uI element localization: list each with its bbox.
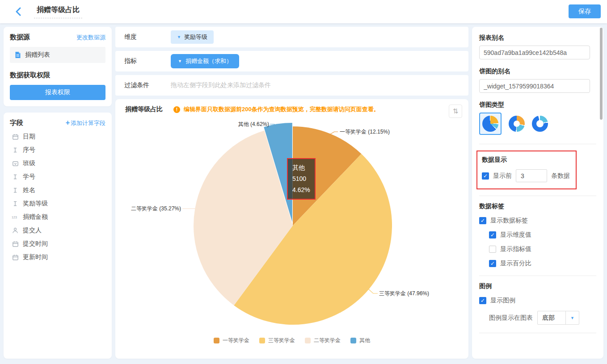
select-icon — [12, 160, 19, 167]
data-label-option: 显示指标值 — [489, 245, 596, 253]
show-data-label-checkbox[interactable] — [479, 217, 486, 224]
field-item-序号[interactable]: 序号 — [10, 143, 105, 157]
main-layout: 数据源 更改数据源 捐赠列表 数据获取权限 报表权限 字段 +添加计算字段 日期… — [0, 23, 607, 364]
legend-item-二等奖学金[interactable]: 二等奖学金 — [305, 337, 341, 344]
tooltip-name: 其他 — [292, 162, 310, 173]
add-calc-field-link[interactable]: +添加计算字段 — [66, 119, 105, 127]
show-top-suffix: 条数据 — [551, 172, 570, 180]
divider — [479, 196, 596, 196]
number-icon: 123 — [12, 213, 19, 221]
panel-scrollbar[interactable] — [600, 28, 603, 120]
show-legend-checkbox[interactable] — [479, 297, 486, 304]
field-item-奖励等级[interactable]: 奖励等级 — [10, 197, 105, 210]
divider — [479, 333, 596, 333]
显示百分比-checkbox[interactable] — [489, 260, 496, 267]
show-top-checkbox[interactable] — [482, 172, 489, 180]
warning-text: 编辑界面只取数据源前200条作为查询数据预览，完整数据请访问页面查看。 — [184, 105, 379, 113]
left-sidebar: 数据源 更改数据源 捐赠列表 数据获取权限 报表权限 字段 +添加计算字段 日期… — [4, 27, 112, 359]
sort-arrows-icon: ⇅ — [453, 107, 459, 115]
pie-type-pie-selected[interactable] — [479, 113, 502, 135]
plus-icon: + — [66, 119, 70, 126]
显示维度值-checkbox[interactable] — [489, 231, 496, 238]
show-legend-text: 显示图例 — [490, 297, 515, 305]
tooltip-percent: 4.62% — [292, 184, 310, 196]
fields-title: 字段 — [10, 119, 23, 127]
dimension-label: 维度 — [124, 33, 171, 41]
report-alias-label: 报表别名 — [479, 34, 596, 42]
report-alias-input[interactable] — [479, 46, 590, 59]
chart-card: 捐赠等级占比 ! 编辑界面只取数据源前200条作为查询数据预览，完整数据请访问页… — [115, 99, 468, 359]
filter-label: 过滤条件 — [124, 81, 171, 89]
legend-position-value: 底部 — [538, 311, 565, 324]
pie-alias-label: 饼图的别名 — [479, 67, 596, 75]
calendar-icon — [12, 254, 19, 261]
chart-legend: 一等奖学金三等奖学金二等奖学金其他 — [115, 337, 468, 344]
caret-down-icon: ▼ — [565, 311, 579, 324]
显示指标值-checkbox[interactable] — [489, 246, 496, 253]
pie-alias-input[interactable] — [479, 79, 590, 93]
field-item-提交人[interactable]: 提交人 — [10, 224, 105, 237]
pie-label-其他: 其他 (4.62%) — [238, 121, 269, 127]
text-icon — [12, 173, 19, 180]
field-item-姓名[interactable]: 姓名 — [10, 184, 105, 197]
legend-swatch — [259, 338, 265, 343]
divider — [479, 276, 596, 276]
warning-icon: ! — [173, 106, 180, 113]
data-display-section-highlight: 数据显示 显示前 条数据 — [476, 151, 577, 189]
legend-position-select[interactable]: 底部 ▼ — [537, 311, 579, 325]
save-button[interactable]: 保存 — [569, 4, 601, 18]
caret-down-icon: ▼ — [177, 35, 181, 39]
fields-card: 字段 +添加计算字段 日期序号班级学号姓名奖励等级123捐赠金额提交人提交时间更… — [4, 113, 112, 359]
tooltip-value: 5100 — [292, 173, 310, 184]
datasource-item[interactable]: 捐赠列表 — [10, 47, 105, 63]
chart-title: 捐赠等级占比 — [125, 105, 163, 113]
filter-placeholder: 拖动左侧字段到此处来添加过滤条件 — [171, 81, 271, 89]
legend-item-三等奖学金[interactable]: 三等奖学金 — [259, 337, 295, 344]
pie-label-一等奖学金: 一等奖学金 (12.15%) — [340, 129, 390, 135]
page-title: 捐赠等级占比 — [34, 5, 82, 18]
dimension-pill[interactable]: ▼奖励等级 — [171, 30, 214, 44]
text-icon — [12, 187, 19, 194]
chart-tooltip: 其他 5100 4.62% — [287, 158, 316, 200]
top-count-input[interactable] — [516, 169, 547, 182]
donut-chart-icon[interactable] — [509, 116, 525, 132]
field-item-学号[interactable]: 学号 — [10, 170, 105, 184]
calendar-icon — [12, 240, 19, 247]
svg-text:123: 123 — [12, 215, 17, 219]
calendar-icon — [12, 133, 19, 140]
metric-pill[interactable]: ▼捐赠金额（求和） — [171, 54, 239, 68]
field-item-班级[interactable]: 班级 — [10, 157, 105, 170]
field-item-日期[interactable]: 日期 — [10, 130, 105, 143]
permission-title: 数据获取权限 — [10, 71, 105, 79]
back-button[interactable] — [12, 5, 24, 18]
pie-type-options — [479, 113, 596, 135]
legend-position-label: 图例显示在图表 — [489, 314, 533, 322]
text-icon — [12, 146, 19, 154]
datasource-title: 数据源 — [10, 33, 30, 42]
document-icon — [14, 51, 21, 59]
data-label-options: 显示维度值显示指标值显示百分比 — [479, 231, 596, 268]
ring-chart-icon[interactable] — [532, 116, 548, 132]
change-datasource-link[interactable]: 更改数据源 — [76, 33, 105, 42]
data-label-title: 数据标签 — [479, 202, 596, 210]
chevron-left-icon — [15, 7, 21, 16]
filter-row[interactable]: 过滤条件 拖动左侧字段到此处来添加过滤条件 — [115, 75, 468, 96]
legend-item-一等奖学金[interactable]: 一等奖学金 — [214, 337, 249, 344]
metric-label: 指标 — [124, 57, 171, 65]
dimension-row: 维度 ▼奖励等级 — [115, 27, 468, 47]
field-item-更新时间[interactable]: 更新时间 — [10, 251, 105, 264]
data-display-title: 数据显示 — [482, 156, 571, 164]
legend-item-其他[interactable]: 其他 — [350, 337, 370, 344]
field-item-捐赠金额[interactable]: 123捐赠金额 — [10, 210, 105, 224]
person-icon — [12, 227, 19, 234]
data-label-option: 显示维度值 — [489, 231, 596, 239]
topbar: 捐赠等级占比 保存 — [0, 0, 607, 23]
report-permission-button[interactable]: 报表权限 — [10, 85, 105, 100]
sort-button[interactable]: ⇅ — [449, 105, 462, 118]
editor-column: 维度 ▼奖励等级 指标 ▼捐赠金额（求和） 过滤条件 拖动左侧字段到此处来添加过… — [115, 27, 468, 359]
metric-row: 指标 ▼捐赠金额（求和） — [115, 51, 468, 71]
field-item-提交时间[interactable]: 提交时间 — [10, 237, 105, 251]
divider — [479, 144, 596, 144]
pie-label-二等奖学金: 二等奖学金 (35.27%) — [131, 205, 181, 212]
data-label-option: 显示百分比 — [489, 259, 596, 268]
